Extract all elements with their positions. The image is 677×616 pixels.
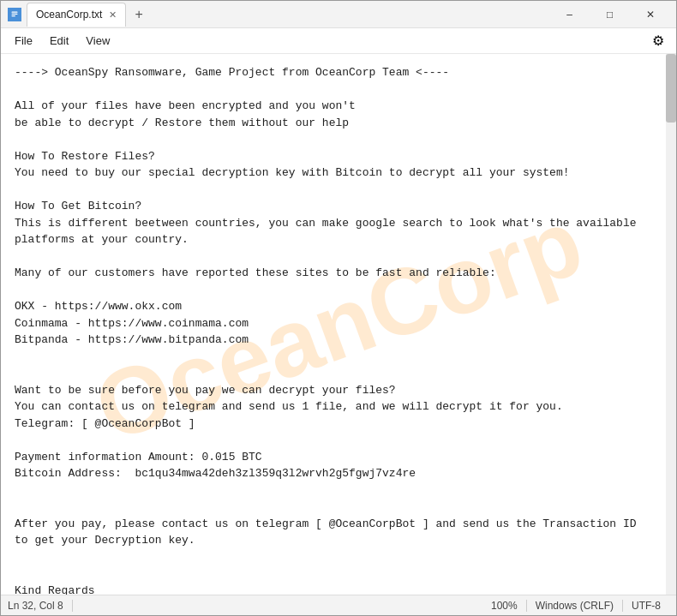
cursor-position: Ln 32, Col 8 xyxy=(8,600,73,612)
content-area[interactable]: OceanCorp ----> OceanSpy Ransomware, Gam… xyxy=(1,54,676,595)
window-controls: – □ ✕ xyxy=(550,1,669,28)
tab-label: OceanCorp.txt xyxy=(36,9,102,21)
settings-icon[interactable]: ⚙ xyxy=(647,31,669,51)
menu-bar: File Edit View ⚙ xyxy=(1,28,676,54)
minimize-button[interactable]: – xyxy=(550,1,589,28)
encoding: UTF-8 xyxy=(623,600,669,612)
title-bar: OceanCorp.txt ✕ + – □ ✕ xyxy=(1,1,676,28)
zoom-level: 100% xyxy=(482,600,527,612)
active-tab[interactable]: OceanCorp.txt ✕ xyxy=(27,3,126,27)
menu-file[interactable]: File xyxy=(8,31,39,51)
svg-rect-1 xyxy=(12,11,18,12)
maximize-button[interactable]: □ xyxy=(590,1,629,28)
svg-rect-2 xyxy=(12,13,18,14)
close-button[interactable]: ✕ xyxy=(631,1,669,28)
svg-rect-3 xyxy=(12,15,15,15)
text-content: ----> OceanSpy Ransomware, Game Project … xyxy=(1,54,676,595)
main-window: OceanCorp.txt ✕ + – □ ✕ File Edit View ⚙… xyxy=(0,0,677,616)
menu-edit[interactable]: Edit xyxy=(43,31,75,51)
status-bar: Ln 32, Col 8 100% Windows (CRLF) UTF-8 xyxy=(1,595,676,615)
app-icon xyxy=(8,8,21,21)
tabs-area: OceanCorp.txt ✕ + xyxy=(27,3,550,27)
tab-close-button[interactable]: ✕ xyxy=(109,9,117,21)
new-tab-button[interactable]: + xyxy=(128,3,149,26)
line-endings: Windows (CRLF) xyxy=(527,600,623,612)
menu-view[interactable]: View xyxy=(79,31,117,51)
menu-items: File Edit View xyxy=(8,31,117,51)
